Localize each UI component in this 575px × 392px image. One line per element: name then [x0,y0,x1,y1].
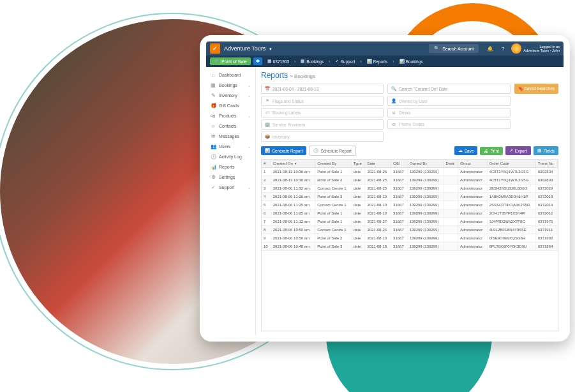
column-header[interactable]: Trans Nu [535,160,557,168]
fields-button[interactable]: ▤Fields [534,146,558,155]
point-of-sale-button[interactable]: 🛒 Point of Sale [210,57,251,65]
table-row[interactable]: 62021-08-06 11:25 amPoint of Sale 1date2… [262,209,558,218]
table-row[interactable]: 92021-08-06 10:50 amPoint of Sale 2date2… [262,234,558,243]
table-row[interactable]: 72021-08-06 11:12 amPoint of Sale 1date2… [262,218,558,226]
app-logo[interactable]: ✓ [210,43,220,54]
column-header[interactable]: Desk [444,160,458,168]
table-row[interactable]: 42021-08-06 11:26 amPoint of Sale 3date2… [262,193,558,201]
table-cell: 2021-08-24 [365,226,391,234]
table-cell: 6392834 [535,168,557,176]
generate-report-button[interactable]: 📊Generate Report [261,146,306,155]
search-account-input[interactable]: 🔍 Search Account [429,44,479,53]
nav-icon: ⚙ [211,174,216,180]
table-row[interactable]: 52021-08-06 11:25 amContact Centre 1date… [262,201,558,209]
table-cell: Administrator [458,243,487,251]
sidebar-item-contacts[interactable]: ☺Contacts [206,121,255,131]
saved-searches-button[interactable]: 🔖 Saved Searches [514,84,559,94]
table-cell: Contact Centre 1 [315,201,352,209]
date-range-input[interactable]: 📅2021-08-06 - 2021-08-13 [261,84,384,94]
breadcrumb-bookings[interactable]: ▦Bookings [298,57,326,65]
table-cell: 31667 [391,243,408,251]
user-avatar[interactable] [511,43,521,54]
nav-icon: ☺ [211,123,216,129]
column-header[interactable]: CID [391,160,408,168]
breadcrumb-bookings-2[interactable]: 📊Bookings [397,57,426,65]
column-header[interactable]: Created On▼ [271,160,315,168]
table-cell: 2021-08-10 [365,193,391,201]
booking-labels-input[interactable]: 🏷Booking Labels [261,108,384,117]
grid-icon: ▦ [301,59,305,64]
column-header[interactable]: Group [458,160,487,168]
sidebar-item-reports[interactable]: 📊Reports [206,162,255,172]
sidebar-item-label: Dashboard [219,73,241,77]
sidebar-item-label: Inventory [219,93,237,98]
table-row[interactable]: 22021-08-13 10:36 amPoint of Sale 2date2… [262,176,558,185]
owned-by-user-input[interactable]: 👤Owned by User [387,96,510,106]
schedule-report-button[interactable]: 🕓Schedule Report [309,146,355,156]
sidebar-item-settings[interactable]: ⚙Settings [206,172,255,182]
table-cell: 8P1T6K6F0Y0K3D9U [487,243,535,251]
app-screen: ✓ Adventure Tours ▾ 🔍 Search Account 🔔 ?… [206,41,564,335]
sidebar-item-activity-log[interactable]: 🕓Activity Log [206,151,255,162]
desks-input[interactable]: 🖥Desks [387,108,510,117]
table-row[interactable]: 12021-08-13 10:36 amPoint of Sale 1date2… [262,168,558,176]
column-header[interactable]: Order Code [487,160,535,168]
sidebar-item-label: Bookings [219,83,237,87]
sidebar-item-products[interactable]: 🛍Products⌄ [206,110,255,121]
inventory-filter-input[interactable]: 📦Inventory [261,132,384,142]
sidebar-item-label: Support [219,185,235,190]
sidebar-item-users[interactable]: 👥Users⌄ [206,141,255,151]
table-cell: 4L0L2B0D8N4Y0S5E [487,226,535,234]
table-cell: date [351,168,365,176]
table-cell: 2021-08-25 [365,176,391,185]
column-header[interactable]: Type [351,160,365,168]
app-title-text: Adventure Tours [224,45,265,52]
nav-icon: ▦ [211,82,216,88]
sidebar-item-gift-cards[interactable]: 🎁Gift Cards [206,100,255,110]
sidebar-item-support[interactable]: ✓Support⌄ [206,182,255,192]
nav-icon: 🕓 [211,154,216,160]
table-row[interactable]: 32021-08-06 11:32 amContact Centre 1date… [262,185,558,193]
sidebar-item-bookings[interactable]: ▦Bookings⌄ [206,80,255,90]
save-button[interactable]: ☁Save [454,146,478,155]
table-cell: Administrator [458,234,487,243]
sidebar-item-inventory[interactable]: ✎Inventory⌄ [206,90,255,100]
export-button[interactable]: ↗Export [505,146,531,155]
sidebar-item-dashboard[interactable]: ⌂Dashboard [206,70,255,80]
sidebar-item-label: Contacts [219,124,237,128]
logged-in-info[interactable]: Logged in as Adventure Tours - John [523,45,560,52]
sidebar-nav: ⌂Dashboard▦Bookings⌄✎Inventory⌄🎁Gift Car… [206,67,256,335]
breadcrumb-support[interactable]: ✓Support [332,57,357,65]
table-cell: 2021-08-06 10:50 am [271,226,315,234]
sidebar-item-messages[interactable]: ✉Messages [206,131,255,141]
table-row[interactable]: 102021-08-06 10:48 amPoint of Sale 3date… [262,243,558,251]
help-icon[interactable]: ? [498,44,507,53]
table-cell: 31667 [391,176,408,185]
account-switcher[interactable]: Adventure Tours ▾ [224,45,272,52]
notifications-bell-icon[interactable]: 🔔 [486,44,495,53]
building-icon: 🏢 [265,122,270,127]
table-cell: 6371911 [535,226,557,234]
table-cell: 2021-08-06 11:25 am [271,209,315,218]
table-cell: 31667 [391,185,408,193]
column-header[interactable]: Owned By [407,160,444,168]
search-created-input[interactable]: 🔍Search "Created On" Date [387,84,510,94]
breadcrumb-toolbar: 🛒 Point of Sale ✱ ▦ 6371903 › ▦Bookings … [206,56,564,67]
calendar-icon: 📅 [265,86,270,91]
breadcrumb-reports[interactable]: 📊Reports [364,57,391,65]
table-cell: 139299 (139299) [407,185,444,193]
column-header[interactable]: Created By [315,160,352,168]
column-header[interactable]: Date [365,160,391,168]
table-cell: 7 [262,218,271,226]
table-cell: Contact Centre 1 [315,185,352,193]
flags-status-input[interactable]: ⚑Flags and Status [261,96,384,106]
table-cell [444,193,458,201]
promo-codes-input[interactable]: 🎟Promo Codes [387,119,510,129]
table-row[interactable]: 82021-08-06 10:50 amContact Centre 1date… [262,226,558,234]
service-providers-input[interactable]: 🏢Service Providers [261,119,384,130]
quick-action-button[interactable]: ✱ [253,57,262,65]
nav-icon: ✓ [211,185,216,190]
column-header[interactable]: # [262,160,271,168]
print-button[interactable]: 🖨Print [480,147,502,155]
table-cell [444,168,458,176]
